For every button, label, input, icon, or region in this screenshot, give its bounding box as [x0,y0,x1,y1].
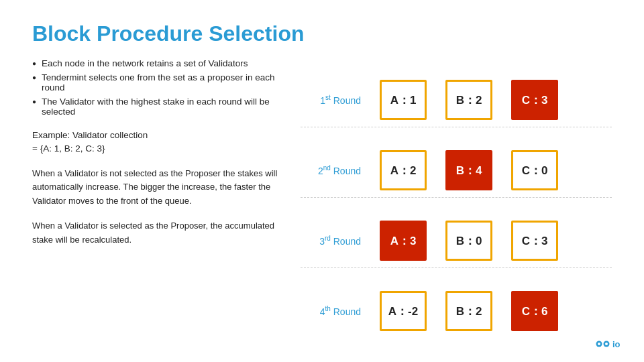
round-label-1: 1st Round [301,94,361,106]
round-row: 3rd RoundA：3B：0C：3 [301,214,612,268]
round-row: 4th RoundA：-2B：2C：6 [301,284,612,338]
bullet-item: The Validator with the highest stake in … [32,97,287,117]
validator-box-r2-v1: A：2 [380,150,427,190]
validator-box-r3-v1: A：3 [380,221,427,261]
validators-row-1: A：1B：2C：3 [380,80,558,120]
svg-point-3 [605,343,608,345]
validators-row-2: A：2B：4C：0 [380,150,558,190]
logo: io [596,338,623,350]
validator-box-r1-v1: A：1 [380,80,427,120]
svg-text:io: io [612,339,621,349]
left-panel: Each node in the network retains a set o… [32,58,287,346]
page: Block Procedure Selection Each node in t… [0,0,644,362]
round-label-2: 2nd Round [301,164,361,176]
example-line1: Example: Validator collection [32,130,148,140]
validator-box-r3-v2: B：0 [445,221,492,261]
validator-box-r4-v2: B：2 [445,291,492,331]
validator-box-r4-v1: A：-2 [380,291,427,331]
description2: When a Validator is selected as the Prop… [32,219,287,247]
bullet-item: Each node in the network retains a set o… [32,58,287,68]
round-row: 1st RoundA：1B：2C：3 [301,73,612,127]
validator-box-r1-v3: C：3 [511,80,558,120]
round-label-3: 3rd Round [301,235,361,247]
validator-box-r3-v3: C：3 [511,221,558,261]
description1: When a Validator is not selected as the … [32,167,287,208]
logo-svg: io [596,338,623,350]
bullet-list: Each node in the network retains a set o… [32,58,287,117]
bullet-item: Tendermint selects one from the set as a… [32,72,287,93]
content-area: Each node in the network retains a set o… [32,58,612,346]
round-row: 2nd RoundA：2B：4C：0 [301,143,612,198]
validators-row-3: A：3B：0C：3 [380,221,558,261]
round-label-4: 4th Round [301,305,361,317]
validator-box-r2-v3: C：0 [511,150,558,190]
example-text: Example: Validator collection = {A: 1, B… [32,129,287,156]
svg-point-1 [598,343,600,345]
example-line2: = {A: 1, B: 2, C: 3} [32,143,105,154]
page-title: Block Procedure Selection [32,21,612,46]
right-panel: 1st RoundA：1B：2C：32nd RoundA：2B：4C：03rd … [301,58,612,346]
validator-box-r4-v3: C：6 [511,291,558,331]
validators-row-4: A：-2B：2C：6 [380,291,558,331]
validator-box-r1-v2: B：2 [445,80,492,120]
validator-box-r2-v2: B：4 [445,150,492,190]
